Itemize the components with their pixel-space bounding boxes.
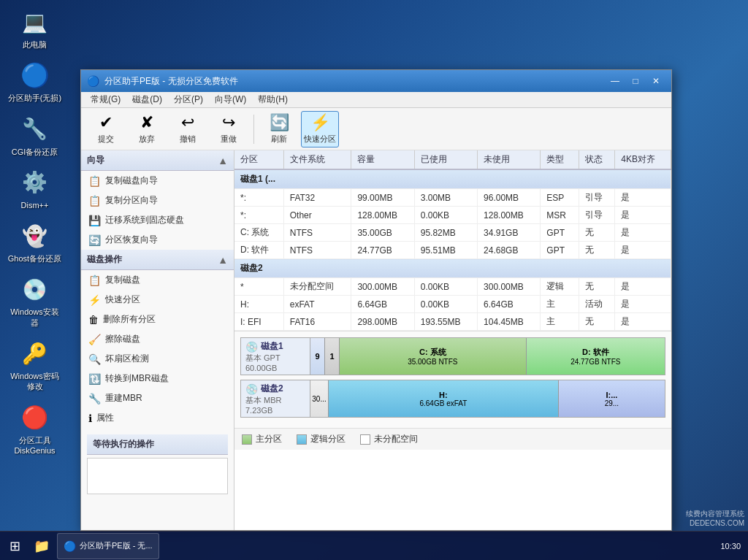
discard-icon: ✘ [140, 113, 153, 132]
sidebar-item-to-mbr[interactable]: 🔃 转换到MBR磁盘 [81, 369, 234, 388]
toolbar-quick-partition-button[interactable]: ⚡ 快速分区 [301, 111, 339, 147]
d2r2-fs: exFAT [283, 296, 351, 313]
taskbar: ⊞ 📁 🔵 分区助手PE版 - 无... 10:30 [0, 531, 748, 560]
d1r1-used: 3.00MB [414, 189, 477, 207]
menu-wizard[interactable]: 向导(W) [209, 92, 252, 107]
d1r1-partition: *: [234, 189, 283, 207]
sidebar-item-migrate-ssd[interactable]: 💾 迁移系统到固态硬盘 [81, 210, 234, 230]
disk-visual-area: 💿 磁盘1 基本 GPT 60.00GB 9 1 [234, 331, 671, 428]
disk1-header-row: 磁盘1 (... [234, 169, 671, 189]
copy-disk2-icon: 📋 [88, 275, 101, 286]
desktop-icon-my-computer[interactable]: 💻 此电脑 [7, 7, 62, 50]
sidebar-item-bad-sector[interactable]: 🔍 坏扇区检测 [81, 349, 234, 369]
watermark: 续费内容管理系统 DEDECNS.COM [686, 509, 744, 527]
d1r3-4k: 是 [615, 224, 671, 242]
close-button[interactable]: ✕ [646, 74, 665, 88]
legend: 主分区 逻辑分区 未分配空间 [234, 428, 671, 450]
start-button[interactable]: ⊞ [0, 532, 29, 561]
taskbar-time: 10:30 [720, 542, 741, 551]
legend-unalloc: 未分配空间 [360, 433, 418, 445]
table-row[interactable]: * 未分配空间 300.00MB 0.00KB 300.00MB 逻辑 无 是 [234, 278, 671, 296]
d1r1-free: 96.00MB [478, 189, 541, 207]
menu-normal[interactable]: 常规(G) [85, 92, 126, 107]
menu-disk[interactable]: 磁盘(D) [126, 92, 168, 107]
disk2-header-cell: 磁盘2 [234, 259, 671, 278]
pending-section: 等待执行的操作 [81, 431, 234, 498]
table-row[interactable]: *: FAT32 99.00MB 3.00MB 96.00MB ESP 引导 是 [234, 189, 671, 207]
desktop-icon-cgi[interactable]: 🔧 CGI备份还原 [7, 115, 62, 157]
d2r3-type: 主 [541, 313, 579, 331]
d1r3-size: 35.00GB [351, 224, 414, 242]
d1r2-used: 0.00KB [414, 207, 477, 224]
window-controls: — □ ✕ [606, 74, 665, 88]
sidebar-item-properties[interactable]: ℹ 属性 [81, 408, 234, 428]
disk-ops-collapse-button[interactable]: ▲ [218, 254, 228, 266]
desktop-icon-ghost[interactable]: 👻 Ghost备份还原 [7, 221, 62, 264]
window-app-icon: 🔵 [87, 75, 99, 87]
windows-installer-label: Windows安装器 [7, 307, 62, 328]
copy-disk2-label: 复制磁盘 [105, 274, 140, 286]
sidebar-item-delete-all[interactable]: 🗑 删除所有分区 [81, 310, 234, 329]
toolbar-submit-button[interactable]: ✔ 提交 [87, 111, 125, 147]
disk1-name: 磁盘1 [261, 340, 283, 353]
sidebar-item-wipe-disk[interactable]: 🧹 擦除磁盘 [81, 329, 234, 349]
d2r2-4k: 是 [615, 296, 671, 313]
refresh-icon: 🔄 [270, 113, 289, 132]
sidebar-item-copy-disk2[interactable]: 📋 复制磁盘 [81, 270, 234, 290]
menu-help[interactable]: 帮助(H) [252, 92, 294, 107]
desktop-icon-partition-assistant[interactable]: 🔵 分区助手(无损) [7, 61, 62, 103]
sidebar-item-copy-partition[interactable]: 📋 复制分区向导 [81, 191, 234, 210]
minimize-button[interactable]: — [606, 74, 625, 88]
pending-section-header: 等待执行的操作 [87, 434, 228, 455]
properties-label: 属性 [96, 412, 114, 424]
toolbar-redo-button[interactable]: ↪ 重做 [210, 111, 248, 147]
d1r2-fs: Other [283, 207, 351, 224]
sidebar-item-quick-partition[interactable]: ⚡ 快速分区 [81, 290, 234, 310]
d1r4-status: 无 [579, 242, 614, 259]
d1r4-4k: 是 [615, 242, 671, 259]
disk1-seg-msr[interactable]: 1 [325, 338, 340, 375]
desktop-icon-windows-installer[interactable]: 💿 Windows安装器 [7, 275, 62, 328]
col-size: 容量 [351, 150, 414, 169]
migrate-ssd-label: 迁移系统到固态硬盘 [105, 214, 184, 226]
sidebar-item-rebuild-mbr[interactable]: 🔧 重建MBR [81, 388, 234, 408]
table-row[interactable]: C: 系统 NTFS 35.00GB 95.82MB 34.91GB GPT 无… [234, 224, 671, 242]
table-row[interactable]: *: Other 128.00MB 0.00KB 128.00MB MSR 引导… [234, 207, 671, 224]
table-row[interactable]: H: exFAT 6.64GB 0.00KB 6.64GB 主 活动 是 [234, 296, 671, 313]
d1r4-partition: D: 软件 [234, 242, 283, 259]
desktop-icon-dism[interactable]: ⚙️ Dism++ [7, 168, 62, 210]
disk1-seg-esp[interactable]: 9 [310, 338, 325, 375]
d1r2-free: 128.00MB [478, 207, 541, 224]
taskbar-file-explorer-icon[interactable]: 📁 [29, 538, 54, 554]
disk1-seg-system[interactable]: C: 系统 35.00GB NTFS [340, 338, 527, 375]
window-title: 分区助手PE版 - 无损分区免费软件 [104, 75, 606, 88]
sidebar: 向导 ▲ 📋 复制磁盘向导 📋 复制分区向导 💾 迁移系统到固态硬盘 🔄 [81, 150, 234, 530]
disk2-seg-i[interactable]: I:... 29... [559, 380, 665, 417]
toolbar-discard-button[interactable]: ✘ 放弃 [128, 111, 166, 147]
legend-logical: 逻辑分区 [297, 433, 346, 445]
disk2-seg-h[interactable]: H: 6.64GB exFAT [329, 380, 559, 417]
menu-partition[interactable]: 分区(P) [168, 92, 209, 107]
legend-primary: 主分区 [242, 433, 282, 445]
desktop-icon-windows-password[interactable]: 🔑 Windows密码修改 [7, 339, 62, 392]
disk1-segments: 9 1 C: 系统 35.00GB NTFS D: 软件 2 [310, 338, 665, 375]
table-row[interactable]: I: EFI FAT16 298.00MB 193.55MB 104.45MB … [234, 313, 671, 331]
restore-partition-label: 分区恢复向导 [105, 234, 158, 246]
partition-assistant-icon: 🔵 [20, 61, 50, 90]
menubar: 常规(G) 磁盘(D) 分区(P) 向导(W) 帮助(H) [81, 92, 671, 108]
table-row[interactable]: D: 软件 NTFS 24.77GB 95.51MB 24.68GB GPT 无… [234, 242, 671, 259]
d1r1-type: ESP [541, 189, 579, 207]
sidebar-item-restore-partition[interactable]: 🔄 分区恢复向导 [81, 230, 234, 250]
watermark-line2: DEDECNS.COM [686, 519, 744, 527]
toolbar-undo-button[interactable]: ↩ 撤销 [169, 111, 207, 147]
disk1-seg-software[interactable]: D: 软件 24.77GB NTFS [527, 338, 665, 375]
taskbar-app-button[interactable]: 🔵 分区助手PE版 - 无... [57, 533, 159, 559]
disk2-seg-unalloc[interactable]: 30... [310, 380, 329, 417]
rebuild-mbr-icon: 🔧 [88, 393, 101, 404]
wizard-collapse-button[interactable]: ▲ [218, 155, 228, 166]
maximize-button[interactable]: □ [626, 74, 645, 88]
toolbar-refresh-button[interactable]: 🔄 刷新 [260, 111, 298, 147]
desktop-icon-diskgenius[interactable]: 🔴 分区工具DiskGenius [7, 403, 62, 456]
sidebar-item-copy-disk[interactable]: 📋 复制磁盘向导 [81, 171, 234, 191]
col-type: 类型 [541, 150, 579, 169]
